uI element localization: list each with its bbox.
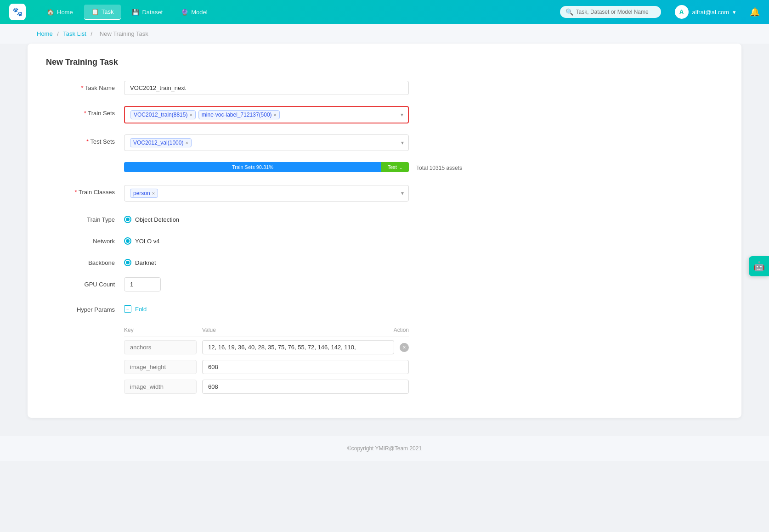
gpu-count-wrap: [124, 277, 409, 291]
backbone-row: Backbone Darknet: [46, 256, 723, 266]
backbone-radio-group: Darknet: [124, 256, 409, 266]
chevron-down-icon: ▾: [401, 190, 404, 196]
footer: ©copyright YMIR@Team 2021: [0, 436, 769, 461]
params-row-anchors: ×: [124, 340, 409, 354]
backbone-label: Backbone: [46, 256, 115, 266]
chevron-down-icon: ▾: [401, 112, 403, 118]
test-set-tag-0-close[interactable]: ×: [185, 140, 188, 146]
train-type-radio-group: Object Detection: [124, 213, 409, 223]
breadcrumb-current: New Training Task: [100, 30, 148, 37]
network-wrap: YOLO v4: [124, 234, 409, 245]
main-header: 🐾 🏠 Home 📋 Task 💾 Dataset 🔮 Model 🔍 A al…: [0, 0, 769, 24]
train-sets-select[interactable]: VOC2012_train(8815) × mine-voc-label_712…: [124, 106, 409, 123]
params-value-image-height[interactable]: [202, 360, 409, 374]
train-type-row: Train Type Object Detection: [46, 213, 723, 223]
train-class-tag-0-close[interactable]: ×: [152, 190, 155, 196]
train-classes-select[interactable]: person × ▾: [124, 185, 409, 202]
breadcrumb: Home / Task List / New Training Task: [0, 24, 769, 44]
train-set-tag-0-close[interactable]: ×: [189, 112, 192, 118]
progress-train: Train Sets 90.31%: [124, 162, 381, 172]
nav-model[interactable]: 🔮 Model: [174, 5, 215, 20]
float-help-button[interactable]: 🤖: [749, 256, 769, 276]
user-menu[interactable]: A alfrat@al.com ▾: [675, 5, 736, 19]
task-icon: 📋: [91, 8, 99, 15]
params-col-key: Key: [124, 327, 202, 333]
task-name-input[interactable]: [124, 81, 409, 95]
progress-total: Total 10315 assets: [416, 165, 462, 171]
train-set-tag-0: VOC2012_train(8815) ×: [130, 110, 196, 119]
hyper-params-label: Hyper Params: [46, 302, 115, 313]
hyper-params-header: − Fold: [124, 302, 409, 313]
params-col-action: Action: [381, 327, 409, 333]
network-row: Network YOLO v4: [46, 234, 723, 245]
dataset-icon: 💾: [132, 9, 139, 16]
params-value-image-width[interactable]: [202, 380, 409, 394]
breadcrumb-sep1: /: [57, 30, 59, 37]
params-key-image-width[interactable]: [124, 380, 197, 394]
model-icon: 🔮: [181, 9, 188, 16]
logo: 🐾: [9, 4, 26, 20]
search-input[interactable]: [576, 9, 650, 15]
train-type-label: Train Type: [46, 213, 115, 223]
notification-bell[interactable]: 🔔: [750, 7, 760, 17]
search-icon: 🔍: [565, 8, 573, 16]
gpu-count-label: GPU Count: [46, 277, 115, 288]
chevron-down-icon: ▾: [401, 140, 404, 146]
network-label: Network: [46, 234, 115, 245]
nav-model-label: Model: [191, 9, 207, 16]
params-table: Key Value Action ×: [124, 324, 409, 394]
train-classes-label: Train Classes: [46, 185, 115, 196]
train-type-radio[interactable]: [124, 216, 131, 223]
fold-icon: −: [124, 305, 131, 313]
nav-home[interactable]: 🏠 Home: [40, 5, 80, 20]
train-set-tag-1-close[interactable]: ×: [274, 112, 277, 118]
params-key-image-height[interactable]: [124, 360, 197, 374]
params-table-header: Key Value Action: [124, 324, 409, 336]
params-value-anchors[interactable]: [202, 340, 394, 354]
gpu-count-input[interactable]: [124, 277, 161, 291]
train-type-value: Object Detection: [135, 216, 179, 223]
home-icon: 🏠: [47, 9, 54, 16]
fold-button[interactable]: Fold: [135, 306, 147, 313]
nav-dataset-label: Dataset: [142, 9, 163, 16]
params-clear-anchors[interactable]: ×: [400, 343, 409, 352]
hyper-params-row: Hyper Params − Fold: [46, 302, 723, 313]
train-sets-wrap: VOC2012_train(8815) × mine-voc-label_712…: [124, 106, 409, 123]
test-sets-row: Test Sets VOC2012_val(1000) × ▾: [46, 134, 723, 151]
main-content: New Training Task Task Name Train Sets V…: [28, 44, 741, 418]
params-row-image-width: [124, 380, 409, 394]
gpu-count-row: GPU Count: [46, 277, 723, 291]
network-radio[interactable]: [124, 237, 131, 245]
user-email: alfrat@al.com: [692, 9, 729, 16]
train-sets-row: Train Sets VOC2012_train(8815) × mine-vo…: [46, 106, 723, 123]
main-nav: 🏠 Home 📋 Task 💾 Dataset 🔮 Model: [40, 5, 546, 20]
backbone-wrap: Darknet: [124, 256, 409, 266]
breadcrumb-sep2: /: [91, 30, 93, 37]
logo-icon: 🐾: [12, 7, 23, 17]
progress-test: Test ...: [381, 162, 409, 172]
train-class-tag-0: person ×: [130, 189, 158, 198]
nav-task-label: Task: [102, 8, 114, 15]
nav-task[interactable]: 📋 Task: [84, 5, 121, 20]
task-name-label: Task Name: [46, 81, 115, 91]
chevron-down-icon: ▾: [733, 9, 736, 16]
breadcrumb-home[interactable]: Home: [37, 30, 53, 37]
params-col-value: Value: [202, 327, 381, 333]
nav-dataset[interactable]: 💾 Dataset: [124, 5, 170, 20]
test-sets-label: Test Sets: [46, 134, 115, 145]
test-sets-select[interactable]: VOC2012_val(1000) × ▾: [124, 134, 409, 151]
backbone-value: Darknet: [135, 259, 156, 266]
backbone-radio[interactable]: [124, 259, 131, 266]
params-key-anchors[interactable]: [124, 340, 197, 354]
train-type-wrap: Object Detection: [124, 213, 409, 223]
train-set-tag-1: mine-voc-label_712137(500) ×: [198, 110, 280, 119]
params-row-image-height: [124, 360, 409, 374]
network-value: YOLO v4: [135, 238, 159, 245]
avatar-initial: A: [679, 8, 684, 16]
breadcrumb-task-list[interactable]: Task List: [63, 30, 86, 37]
search-box: 🔍: [560, 6, 661, 18]
nav-home-label: Home: [57, 9, 73, 16]
test-sets-wrap: VOC2012_val(1000) × ▾: [124, 134, 409, 151]
train-sets-label: Train Sets: [46, 106, 115, 117]
train-classes-wrap: person × ▾: [124, 185, 409, 202]
